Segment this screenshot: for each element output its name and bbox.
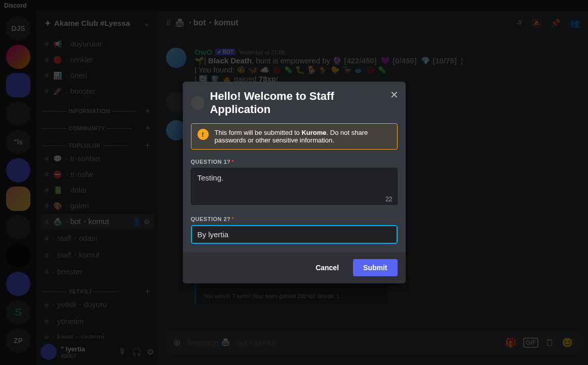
warning-text: This form will be submitted to Kurome. D… [215,129,391,144]
question-1-input[interactable] [191,168,398,205]
submit-button[interactable]: Submit [353,259,397,276]
modal-footer: Cancel Submit [183,252,406,283]
char-count: 22 [385,196,392,203]
field-label: QUESTION 1?* [191,159,398,165]
modal: ✕ Hello! Welcome to Staff Application ! … [183,82,406,283]
warning-icon: ! [198,129,209,140]
warning-box: ! This form will be submitted to Kurome.… [191,123,398,150]
modal-title: Hello! Welcome to Staff Application [191,90,398,116]
question-2-input[interactable] [191,225,398,244]
close-icon[interactable]: ✕ [390,89,399,101]
avatar [191,96,205,110]
cancel-button[interactable]: Cancel [305,259,349,276]
field-label: QUESTION 2?* [191,216,398,222]
